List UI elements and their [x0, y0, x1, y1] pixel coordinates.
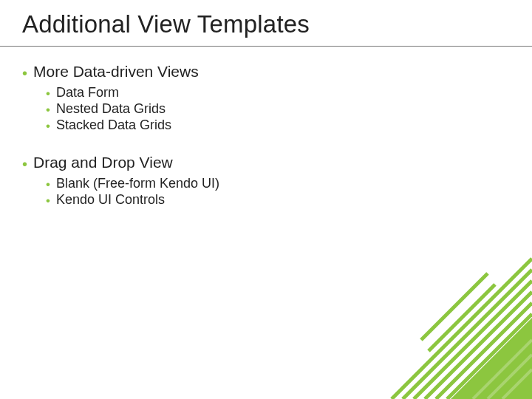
slide: Additional View Templates • More Data-dr…	[0, 0, 532, 399]
svg-line-18	[502, 369, 532, 399]
bullet-level2: • Data Form	[46, 85, 510, 100]
svg-line-10	[491, 358, 532, 399]
svg-marker-15	[451, 318, 532, 399]
bullet-list: • More Data-driven Views • Data Form • N…	[22, 63, 510, 208]
bullet-dot-icon: •	[46, 103, 50, 116]
bullet-level2-text: Stacked Data Grids	[56, 117, 171, 133]
svg-line-17	[488, 355, 532, 399]
svg-line-4	[425, 292, 532, 399]
bullet-level1-text: More Data-driven Views	[33, 63, 199, 81]
svg-line-14	[429, 284, 495, 351]
bullet-level1-text: Drag and Drop View	[33, 154, 173, 171]
svg-line-8	[469, 336, 532, 399]
svg-line-7	[458, 325, 532, 399]
svg-line-5	[436, 303, 532, 399]
svg-line-11	[502, 369, 532, 399]
svg-line-6	[447, 314, 532, 399]
bullet-level2: • Kendo UI Controls	[46, 192, 510, 208]
bullet-dot-icon: •	[22, 157, 27, 171]
bullet-level2: • Stacked Data Grids	[46, 117, 510, 133]
bullet-level2-text: Nested Data Grids	[56, 101, 166, 117]
svg-line-1	[392, 259, 532, 399]
horizontal-rule	[0, 46, 532, 47]
bullet-level2: • Nested Data Grids	[46, 101, 510, 117]
svg-line-3	[414, 281, 532, 399]
bullet-sublist: • Blank (Free-form Kendo UI) • Kendo UI …	[46, 176, 510, 208]
bullet-level2-text: Kendo UI Controls	[56, 192, 165, 208]
decorative-corner-graphic	[384, 207, 532, 399]
bullet-dot-icon: •	[22, 66, 27, 81]
bullet-level2-text: Data Form	[56, 85, 119, 100]
svg-line-2	[403, 270, 532, 399]
bullet-dot-icon: •	[46, 120, 50, 132]
svg-line-9	[480, 347, 532, 399]
bullet-level1: • Drag and Drop View	[22, 154, 510, 171]
bullet-dot-icon: •	[46, 178, 50, 191]
svg-line-16	[473, 340, 532, 399]
bullet-level1: • More Data-driven Views	[22, 63, 510, 81]
bullet-dot-icon: •	[46, 87, 50, 100]
bullet-level2-text: Blank (Free-form Kendo UI)	[56, 176, 219, 191]
svg-line-12	[514, 381, 532, 399]
svg-line-13	[421, 273, 488, 340]
bullet-sublist: • Data Form • Nested Data Grids • Stacke…	[46, 85, 510, 133]
bullet-dot-icon: •	[46, 194, 50, 207]
bullet-level2: • Blank (Free-form Kendo UI)	[46, 176, 510, 191]
slide-title: Additional View Templates	[22, 10, 510, 38]
